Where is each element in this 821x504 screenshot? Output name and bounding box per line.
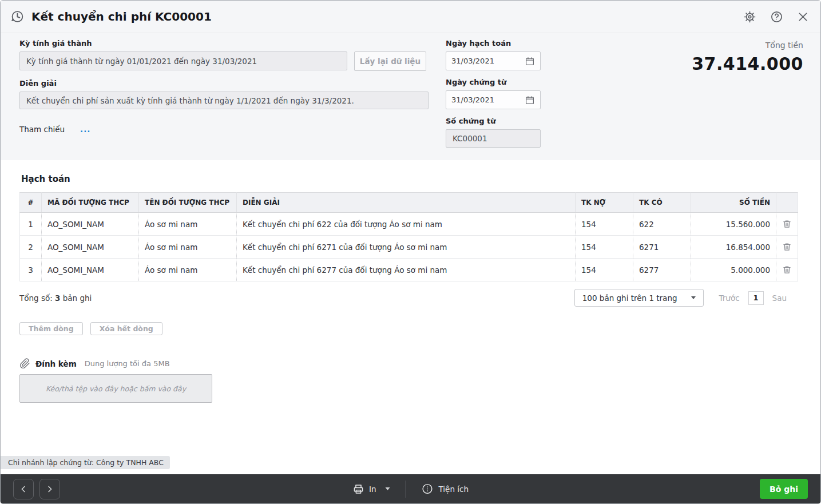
calendar-icon[interactable]	[525, 95, 535, 105]
col-desc: DIỄN GIẢI	[237, 193, 576, 213]
table-header-row: # MÃ ĐỐI TƯỢNG THCP TÊN ĐỐI TƯỢNG THCP D…	[20, 193, 798, 213]
dialog-window: Kết chuyển chi phí KC00001	[0, 0, 821, 504]
utilities-icon	[422, 483, 434, 495]
caret-down-icon	[386, 487, 390, 490]
section-title: Hạch toán	[21, 174, 820, 184]
document-no-input[interactable]	[446, 129, 541, 148]
cell-debit[interactable]: 154	[576, 236, 633, 259]
calendar-icon[interactable]	[525, 56, 535, 66]
attachment-label: Đính kèm	[35, 359, 77, 368]
document-form: Kỳ tính giá thành Lấy lại dữ liệu Diễn g…	[1, 33, 820, 160]
document-date-value: 31/03/2021	[451, 96, 494, 104]
cell-desc[interactable]: Kết chuyển chi phí 622 của đối tượng Áo …	[237, 213, 576, 236]
cell-name[interactable]: Áo sơ mi nam	[139, 259, 237, 281]
table-row[interactable]: 1 AO_SOMI_NAM Áo sơ mi nam Kết chuyển ch…	[20, 213, 798, 236]
file-dropzone[interactable]: Kéo/thả tệp vào đây hoặc bấm vào đây	[19, 374, 212, 403]
cell-name[interactable]: Áo sơ mi nam	[139, 236, 237, 259]
footer-divider	[406, 481, 406, 498]
print-button[interactable]: In	[352, 483, 390, 495]
table-row[interactable]: 3 AO_SOMI_NAM Áo sơ mi nam Kết chuyển ch…	[20, 259, 798, 281]
branch-status-badge: Chi nhánh lập chứng từ: Công ty TNHH ABC	[1, 456, 170, 469]
reference-link[interactable]: ...	[80, 125, 90, 134]
page-size-select[interactable]: 100 bản ghi trên 1 trang	[574, 289, 704, 307]
cell-credit[interactable]: 622	[633, 213, 691, 236]
total-amount: 37.414.000	[692, 54, 803, 74]
prev-page-button[interactable]: Trước	[719, 293, 740, 303]
table-footer: Tổng số: 3 bản ghi 100 bản ghi trên 1 tr…	[19, 289, 798, 307]
document-date-input[interactable]: 31/03/2021	[446, 90, 541, 109]
col-stt: #	[20, 193, 42, 213]
col-debit: TK NỢ	[576, 193, 633, 213]
content-area: Hạch toán # MÃ ĐỐI TƯỢNG THCP TÊN ĐỐI TƯ…	[1, 160, 820, 474]
cell-code[interactable]: AO_SOMI_NAM	[42, 213, 139, 236]
cell-debit[interactable]: 154	[576, 259, 633, 281]
record-count-prefix: Tổng số:	[19, 293, 55, 303]
col-credit: TK CÓ	[633, 193, 691, 213]
record-count-suffix: bản ghi	[60, 293, 92, 303]
next-page-button[interactable]: Sau	[772, 293, 787, 303]
cell-amount[interactable]: 5.000.000	[691, 259, 776, 281]
cell-stt: 1	[20, 213, 42, 236]
page-number-input[interactable]	[748, 291, 764, 305]
trash-icon[interactable]	[782, 219, 792, 229]
page-size-value: 100 bản ghi trên 1 trang	[582, 293, 677, 303]
cell-stt: 3	[20, 259, 42, 281]
attachment-hint: Dung lượng tối đa 5MB	[85, 359, 170, 368]
dialog-header: Kết chuyển chi phí KC00001	[1, 1, 820, 33]
period-label: Kỳ tính giá thành	[19, 39, 429, 47]
cell-name[interactable]: Áo sơ mi nam	[139, 213, 237, 236]
cell-amount[interactable]: 16.854.000	[691, 236, 776, 259]
add-row-button[interactable]: Thêm dòng	[19, 322, 83, 335]
utilities-label: Tiện ích	[439, 485, 469, 494]
col-name: TÊN ĐỐI TƯỢNG THCP	[139, 193, 237, 213]
history-icon	[10, 9, 25, 24]
next-document-button[interactable]	[39, 479, 60, 499]
document-date-label: Ngày chứng từ	[446, 78, 541, 86]
cell-desc[interactable]: Kết chuyển chi phí 6271 của đối tượng Áo…	[237, 236, 576, 259]
document-no-label: Số chứng từ	[446, 117, 541, 125]
reference-label: Tham chiếu	[19, 125, 65, 134]
posting-date-label: Ngày hạch toán	[446, 39, 541, 47]
cell-debit[interactable]: 154	[576, 213, 633, 236]
table-row[interactable]: 2 AO_SOMI_NAM Áo sơ mi nam Kết chuyển ch…	[20, 236, 798, 259]
cell-stt: 2	[20, 236, 42, 259]
paperclip-icon	[19, 358, 30, 369]
close-icon[interactable]	[797, 11, 809, 23]
reload-data-button[interactable]: Lấy lại dữ liệu	[354, 51, 426, 71]
cell-code[interactable]: AO_SOMI_NAM	[42, 259, 139, 281]
cell-desc[interactable]: Kết chuyển chi phí 6277 của đối tượng Áo…	[237, 259, 576, 281]
print-label: In	[369, 485, 376, 494]
posting-date-value: 31/03/2021	[451, 57, 494, 65]
cell-credit[interactable]: 6271	[633, 236, 691, 259]
trash-icon[interactable]	[782, 265, 792, 275]
trash-icon[interactable]	[782, 242, 792, 252]
clear-rows-button[interactable]: Xóa hết dòng	[90, 322, 162, 335]
prev-document-button[interactable]	[13, 479, 34, 499]
col-amount: SỐ TIỀN	[691, 193, 776, 213]
attachment-section: Đính kèm Dung lượng tối đa 5MB Kéo/thả t…	[19, 358, 820, 403]
footer-bar: In Tiện ích Bỏ ghi	[1, 474, 820, 503]
caret-down-icon	[691, 296, 696, 299]
description-label: Diễn giải	[19, 79, 429, 88]
description-input[interactable]	[19, 92, 429, 109]
period-input[interactable]	[19, 51, 347, 70]
col-actions	[776, 193, 798, 213]
col-code: MÃ ĐỐI TƯỢNG THCP	[42, 193, 139, 213]
posting-table: # MÃ ĐỐI TƯỢNG THCP TÊN ĐỐI TƯỢNG THCP D…	[19, 192, 798, 281]
cell-code[interactable]: AO_SOMI_NAM	[42, 236, 139, 259]
record-count: Tổng số: 3 bản ghi	[19, 293, 92, 303]
printer-icon	[352, 483, 364, 495]
gear-icon[interactable]	[743, 10, 756, 23]
cell-amount[interactable]: 15.560.000	[691, 213, 776, 236]
posting-date-input[interactable]: 31/03/2021	[446, 51, 541, 70]
page-title: Kết chuyển chi phí KC00001	[31, 10, 212, 23]
unpost-button[interactable]: Bỏ ghi	[760, 479, 808, 499]
utilities-button[interactable]: Tiện ích	[422, 483, 469, 495]
cell-credit[interactable]: 6277	[633, 259, 691, 281]
total-label: Tổng tiền	[692, 41, 803, 50]
help-icon[interactable]	[770, 10, 783, 23]
